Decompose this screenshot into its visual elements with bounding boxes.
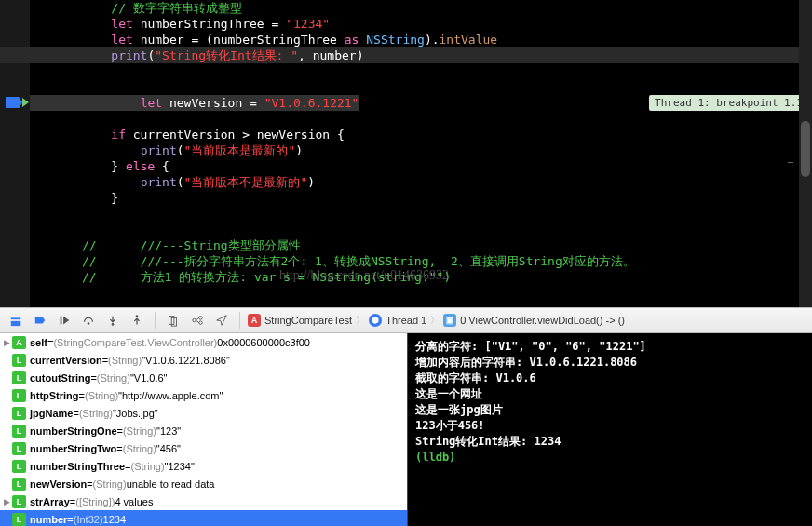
variable-name: self: [30, 337, 47, 348]
code-line[interactable]: [0, 63, 812, 79]
memory-graph-button[interactable]: [187, 311, 208, 330]
console-line: String转化Int结果: 1234: [415, 434, 805, 450]
code-line[interactable]: [0, 222, 812, 237]
variable-value: 0x0000600000c3f00: [217, 337, 310, 348]
variable-value: "V1.0.6": [130, 372, 168, 384]
variable-type: ([String]): [75, 496, 115, 507]
crumb-frame[interactable]: 0 ViewController.viewDidLoad() -> (): [460, 315, 625, 326]
code-line[interactable]: // ///---拆分字符串方法有2个: 1、转换成NSString, 2、直接…: [0, 253, 812, 269]
variable-kind-icon: A: [12, 336, 26, 349]
code-line[interactable]: print("当前版本不是最新的"): [0, 174, 812, 190]
chevron-icon: 〉: [430, 314, 440, 327]
svg-point-8: [193, 318, 196, 322]
code-content: [30, 79, 89, 95]
variable-row[interactable]: LnewVersion = (String) unable to read da…: [0, 475, 407, 492]
variable-value: "V1.0.6.1221.8086": [142, 355, 230, 366]
scrollbar-thumb[interactable]: [801, 121, 810, 177]
code-content: }: [30, 190, 118, 206]
console-line: 分离的字符: ["V1", "0", "6", "1221"]: [415, 339, 805, 355]
variable-row[interactable]: ▶Aself = (StringCompareTest.ViewControll…: [0, 333, 407, 351]
variable-name: numberStringOne: [30, 425, 117, 437]
code-line[interactable]: } else {: [0, 158, 812, 174]
debug-area: ▶Aself = (StringCompareTest.ViewControll…: [0, 333, 812, 526]
breakpoints-button[interactable]: [30, 311, 50, 330]
code-editor[interactable]: // 数字字符串转成整型 let numberStringThree = "12…: [0, 0, 812, 307]
console-line: 增加内容后的字符串: V1.0.6.1221.8086: [415, 355, 805, 371]
code-content: // 数字字符串转成整型: [30, 0, 242, 16]
variable-row[interactable]: LcutoutString = (String) "V1.0.6": [0, 369, 407, 386]
variable-row[interactable]: LnumberStringThree = (String) "1234": [0, 457, 407, 475]
chevron-icon: 〉: [356, 314, 365, 327]
code-line[interactable]: print("String转化Int结果: ", number): [0, 47, 812, 63]
breakpoint-badge[interactable]: Thread 1: breakpoint 1.1: [649, 95, 808, 111]
step-out-button[interactable]: [127, 311, 147, 330]
code-content: let newVersion = "V1.0.6.1221": [30, 95, 359, 111]
disclosure-icon[interactable]: ▶: [2, 338, 12, 347]
variable-row[interactable]: ▶LstrArray = ([String]) 4 values: [0, 492, 407, 510]
continue-button[interactable]: [54, 311, 74, 330]
code-line[interactable]: // 数字字符串转成整型: [0, 0, 812, 16]
variable-name: numberStringThree: [30, 461, 125, 472]
variable-row[interactable]: LhttpString = (String) "http://www.apple…: [0, 386, 407, 404]
variable-row[interactable]: LnumberStringOne = (String) "123": [0, 422, 407, 439]
crumb-app[interactable]: StringCompareTest: [264, 315, 352, 326]
code-line[interactable]: }: [0, 190, 812, 206]
annotation: —: [788, 156, 793, 167]
variable-name: httpString: [30, 390, 79, 401]
variable-type: (String): [79, 408, 113, 419]
code-content: // ///---String类型部分属性: [30, 237, 301, 253]
svg-rect-0: [11, 317, 21, 319]
watermark: http://blog.csdn.net/u014636932: [279, 268, 449, 283]
code-line[interactable]: let numberStringThree = "1234": [0, 16, 812, 32]
code-line[interactable]: let number = (numberStringThree as NSStr…: [0, 32, 812, 47]
code-content: if currentVersion > newVersion {: [30, 127, 345, 142]
view-debug-button[interactable]: [163, 311, 183, 330]
console-line: 这是一张jpg图片: [415, 402, 805, 418]
code-content: let numberStringThree = "1234": [30, 16, 330, 32]
code-line[interactable]: let newVersion = "V1.0.6.1221"Thread 1: …: [0, 95, 812, 111]
code-line[interactable]: print("当前版本是最新的"): [0, 142, 812, 158]
variable-type: (String): [131, 461, 165, 472]
step-over-button[interactable]: [78, 311, 99, 330]
variable-value: "http://www.apple.com": [118, 390, 223, 401]
variable-kind-icon: L: [12, 460, 26, 473]
disclosure-icon[interactable]: ▶: [2, 497, 12, 506]
console-output[interactable]: 分离的字符: ["V1", "0", "6", "1221"]增加内容后的字符串…: [407, 333, 812, 526]
variable-value: "Jobs.jpg": [113, 408, 158, 419]
variable-kind-icon: L: [12, 389, 26, 402]
frame-icon: ▣: [443, 314, 456, 327]
code-line[interactable]: [0, 79, 812, 95]
breadcrumbs[interactable]: A StringCompareTest 〉 ⬢ Thread 1 〉 ▣ 0 V…: [248, 314, 625, 327]
hide-debug-button[interactable]: [6, 311, 26, 330]
variable-kind-icon: L: [12, 371, 26, 384]
code-line[interactable]: [0, 111, 812, 127]
variable-kind-icon: L: [12, 513, 26, 526]
crumb-thread[interactable]: Thread 1: [386, 315, 426, 326]
variable-row[interactable]: Lnumber = (Int32) 1234: [0, 510, 407, 526]
variables-view[interactable]: ▶Aself = (StringCompareTest.ViewControll…: [0, 333, 407, 526]
debug-toolbar: A StringCompareTest 〉 ⬢ Thread 1 〉 ▣ 0 V…: [0, 307, 812, 333]
step-in-button[interactable]: [102, 311, 123, 330]
lldb-prompt[interactable]: (lldb): [415, 450, 805, 465]
variable-row[interactable]: LcurrentVersion = (String) "V1.0.6.1221.…: [0, 351, 407, 369]
svg-rect-2: [61, 317, 62, 325]
variable-type: (StringCompareTest.ViewController): [53, 337, 217, 348]
code-content: print("当前版本是最新的"): [30, 142, 303, 158]
code-line[interactable]: // ///---String类型部分属性: [0, 237, 812, 253]
variable-type: (String): [85, 390, 118, 401]
location-button[interactable]: [211, 311, 232, 330]
variable-row[interactable]: LjpgName = (String) "Jobs.jpg": [0, 404, 407, 422]
code-content: let number = (numberStringThree as NSStr…: [30, 32, 497, 47]
code-line[interactable]: [0, 206, 812, 222]
variable-kind-icon: L: [12, 478, 26, 491]
code-line[interactable]: if currentVersion > newVersion {: [0, 127, 812, 142]
variable-name: number: [30, 514, 67, 525]
variable-value: 1234: [103, 514, 126, 525]
console-line: 这是一个网址: [415, 386, 805, 402]
scrollbar[interactable]: [799, 0, 812, 307]
variable-value: "456": [156, 443, 181, 454]
svg-rect-1: [11, 321, 21, 326]
breakpoint-icon[interactable]: [6, 97, 22, 108]
code-content: } else {: [30, 158, 169, 174]
variable-row[interactable]: LnumberStringTwo = (String) "456": [0, 439, 407, 457]
